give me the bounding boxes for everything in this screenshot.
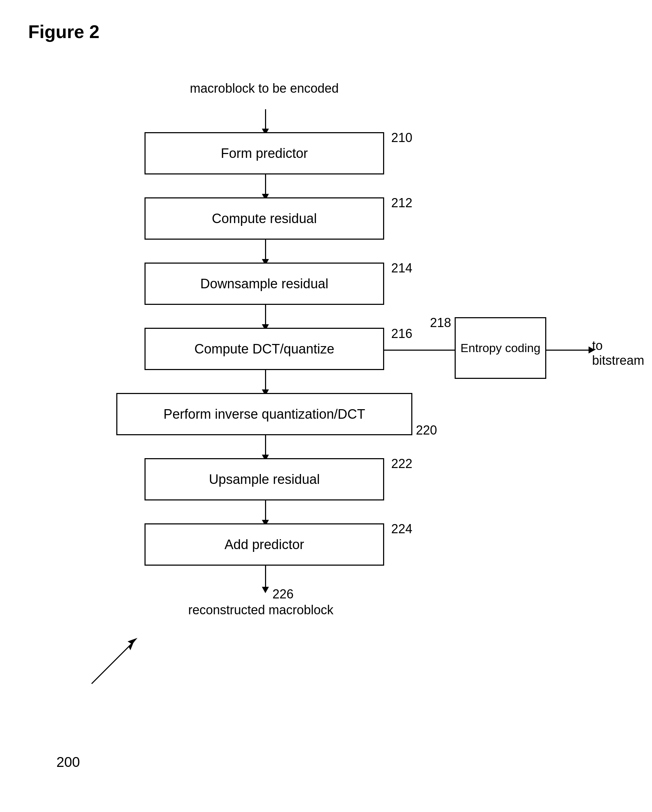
output-ref: 226 [272,587,293,601]
page: Figure 2 macroblock to be encoded Form p… [0,0,652,812]
form-predictor-ref: 210 [391,130,412,145]
arrow-to-entropy [384,346,461,354]
compute-dct-ref: 216 [391,327,412,341]
upsample-residual-ref: 222 [391,456,412,471]
compute-residual-ref: 212 [391,195,412,211]
svg-line-0 [92,641,134,684]
arrow-4 [262,370,269,396]
arrow-to-bitstream [546,346,595,354]
output-label: reconstructed macroblock [155,603,366,617]
figure-title: Figure 2 [28,21,624,42]
arrow-to-form-predictor [262,109,269,135]
perform-inverse-box: Perform inverse quantization/DCT [116,393,412,435]
svg-marker-2 [128,638,137,644]
arrow-7 [262,566,269,593]
figure-ref-number: 200 [56,754,80,770]
arrow-5 [262,435,269,461]
add-predictor-ref: 224 [391,522,412,536]
compute-residual-box: Compute residual [145,197,384,240]
diagram-container: macroblock to be encoded Form predictor … [28,70,624,740]
arrow-2 [262,240,269,266]
arrow-3 [262,305,269,331]
upsample-residual-box: Upsample residual [145,458,384,501]
corner-arrow-svg [74,631,145,701]
bitstream-label: to bitstream [592,338,644,368]
arrow-1 [262,174,269,200]
add-predictor-box: Add predictor [145,524,384,566]
form-predictor-box: Form predictor [145,132,384,174]
entropy-coding-box: Entropy coding [455,317,546,379]
entropy-coding-ref: 218 [430,316,451,330]
arrow-6 [262,501,269,526]
perform-inverse-ref: 220 [416,423,437,438]
compute-dct-box: Compute DCT/quantize [145,328,384,370]
downsample-residual-ref: 214 [391,261,412,276]
input-label: macroblock to be encoded [176,81,353,96]
downsample-residual-box: Downsample residual [145,263,384,305]
